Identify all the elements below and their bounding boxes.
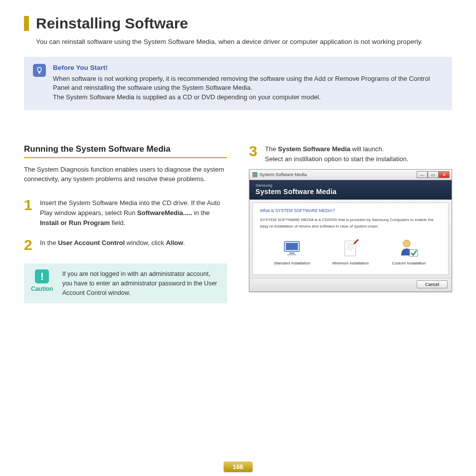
svg-rect-3	[287, 254, 296, 255]
step-1: 1 Insert the System Software Media into …	[24, 198, 227, 228]
title-accent-bar	[24, 16, 29, 31]
step-number: 3	[249, 144, 260, 158]
option-standard[interactable]: Standard Installation	[269, 239, 315, 265]
svg-rect-2	[289, 252, 294, 254]
page-number: 166	[224, 462, 252, 472]
document-pen-icon	[340, 239, 361, 258]
option-custom[interactable]: Custom Installation	[386, 239, 432, 265]
option-label: Custom Installation	[386, 261, 432, 265]
caution-icon: !	[35, 269, 49, 283]
step-3: 3 The System Software Media will launch.…	[249, 144, 452, 164]
option-minimum[interactable]: Minimum Installation	[328, 239, 374, 265]
lightbulb-icon	[33, 64, 46, 77]
monitor-icon	[282, 239, 303, 258]
option-label: Minimum Installation	[328, 261, 374, 265]
user-check-icon	[399, 239, 420, 258]
step-number: 2	[24, 238, 35, 251]
caution-label: Caution	[31, 285, 53, 292]
tip-line2: The System Software Media is supplied as…	[53, 93, 321, 101]
app-brand: Samsung	[255, 183, 446, 188]
maximize-button[interactable]: ▭	[428, 171, 439, 178]
close-button[interactable]: ✕	[439, 171, 450, 178]
option-label: Standard Installation	[269, 261, 315, 265]
caution-box: ! Caution If you are not logged in with …	[24, 263, 227, 303]
app-answer: SYSTEM SOFTWARE MEDIA is a CD/DVD that i…	[260, 217, 441, 230]
cancel-button[interactable]: Cancel	[417, 280, 448, 288]
tip-title: Before You Start!	[53, 64, 443, 71]
window-title: System Software Media	[259, 172, 307, 177]
app-header-title: System Software Media	[255, 188, 446, 196]
step-number: 1	[24, 198, 35, 212]
page-title: Reinstalling Software	[36, 15, 188, 32]
tip-box: Before You Start! When software is not w…	[24, 57, 452, 111]
screenshot-window: System Software Media — ▭ ✕ Samsung Syst…	[249, 169, 452, 292]
tip-line1: When software is not working properly, i…	[53, 75, 430, 92]
section-desc: The System Diagnosis function enables us…	[24, 165, 227, 184]
window-app-icon	[252, 172, 257, 177]
app-question: What is SYSTEM SOFTWARE MEDIA?	[260, 208, 441, 213]
caution-text: If you are not logged in with an adminis…	[62, 269, 220, 297]
svg-rect-1	[286, 243, 298, 250]
section-heading: Running the System Software Media	[24, 144, 227, 158]
window-titlebar: System Software Media — ▭ ✕	[249, 170, 452, 180]
step-2: 2 In the User Account Control window, cl…	[24, 238, 227, 251]
page-intro: You can reinstall software using the Sys…	[36, 37, 452, 47]
svg-point-9	[403, 240, 410, 247]
minimize-button[interactable]: —	[417, 171, 428, 178]
